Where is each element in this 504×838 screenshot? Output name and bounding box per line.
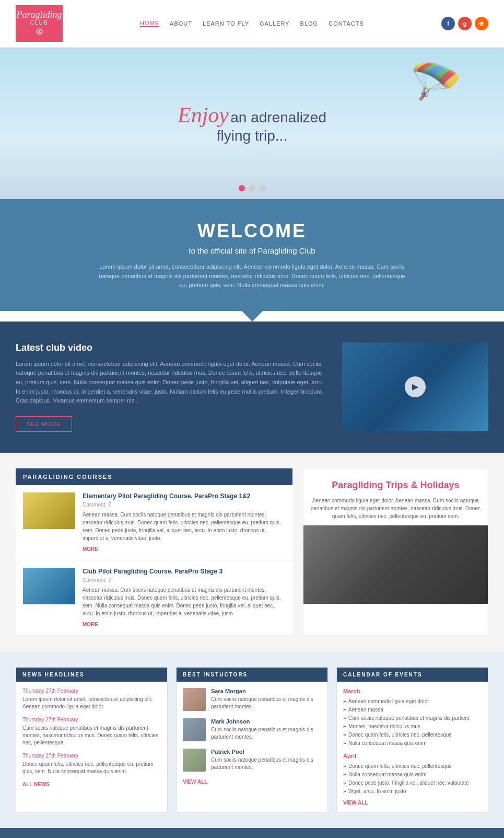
logo-icon: ⊛ bbox=[36, 26, 43, 37]
nav-learn[interactable]: LEARN TO FLY bbox=[203, 20, 249, 27]
instructor-item-1: Sara Morgan Cum sociis natoque penatibus… bbox=[183, 688, 321, 711]
news-column: NEWS HEADLINES Thursday 27th February Lo… bbox=[16, 667, 168, 812]
course-info-1: Elementary Pilot Paragliding Course. Par… bbox=[83, 492, 285, 553]
welcome-subtitle: to the official site of Paragliding Club bbox=[16, 246, 488, 255]
welcome-title: WELCOME bbox=[16, 220, 488, 242]
calendar-header: CALENDAR OF EVENTS bbox=[337, 668, 488, 682]
cal-item-9: Donec pede justo, fringilla vel, aliquet… bbox=[343, 779, 482, 787]
news-item-1: Thursday 27th February Lorem ipsum dolor… bbox=[22, 688, 161, 710]
see-more-button[interactable]: SEE MORE bbox=[16, 416, 72, 432]
section-divider bbox=[242, 311, 263, 322]
news-item-2: Thursday 27th February Cum sociis natoqu… bbox=[22, 717, 161, 747]
instructors-content: Sara Morgan Cum sociis natoque penatibus… bbox=[177, 682, 327, 791]
courses-box: PARAGLIDING COURSES Elementary Pilot Par… bbox=[16, 468, 292, 636]
instructor-avatar-3 bbox=[183, 749, 206, 772]
course-info-2: Club Pilot Paragliding Course. ParaPro S… bbox=[83, 568, 285, 628]
courses-trips-container: PARAGLIDING COURSES Elementary Pilot Par… bbox=[16, 468, 488, 636]
course-text-1: Aenean massa. Cum sociis natoque penatib… bbox=[83, 511, 285, 542]
calendar-month-2: April bbox=[343, 753, 482, 759]
hero-tagline: flying trip... bbox=[178, 128, 326, 144]
course-meta-2: Comment: 7 bbox=[83, 577, 285, 583]
trips-text: Aenean commodo ligula eget dolor. Aenean… bbox=[303, 497, 488, 525]
instructor-text-3: Cum sociis natoque penatibus et magnis d… bbox=[211, 756, 321, 771]
bottom-sections: NEWS HEADLINES Thursday 27th February Lo… bbox=[0, 651, 504, 828]
instructor-text-2: Cum sociis natoque penatibus et magnis d… bbox=[211, 726, 321, 741]
main-nav: HOME ABOUT LEARN TO FLY GALLERY BLOG CON… bbox=[140, 20, 364, 27]
cal-item-10: Wget, arcu. In enim justo bbox=[343, 787, 482, 796]
video-thumbnail[interactable]: ▶ bbox=[342, 342, 488, 431]
nav-contacts[interactable]: CONTACTS bbox=[329, 20, 364, 27]
video-section: Latest club video Lorem ipsum dolor sit … bbox=[0, 322, 504, 453]
news-item-3: Thursday 27th February Donec quam felis,… bbox=[22, 753, 161, 775]
logo[interactable]: Paragliding club ⊛ bbox=[16, 5, 63, 42]
play-button[interactable]: ▶ bbox=[405, 376, 426, 397]
hero-text: Enjoy an adrenalized flying trip... bbox=[178, 102, 326, 144]
footer: Paragliding club © 2014 Privacy Policy S… bbox=[0, 828, 504, 838]
news-text-3: Donec quam felis, ultricies nec, pellent… bbox=[22, 761, 161, 775]
course-item-1: Elementary Pilot Paragliding Course. Par… bbox=[16, 485, 292, 560]
cal-item-5: Donec quam felis, ultricies nec, pellent… bbox=[343, 731, 482, 739]
parachute-icon: 🪂 bbox=[410, 58, 462, 107]
news-date-1: Thursday 27th February bbox=[22, 688, 161, 694]
video-left: Latest club video Lorem ipsum dolor sit … bbox=[16, 342, 326, 432]
hero-enjoy: Enjoy an adrenalized bbox=[178, 102, 326, 128]
nav-gallery[interactable]: GALLERY bbox=[260, 20, 290, 27]
course-meta-1: Comment: 7 bbox=[83, 502, 285, 508]
news-date-3: Thursday 27th February bbox=[22, 753, 161, 759]
facebook-icon[interactable]: f bbox=[441, 17, 455, 30]
calendar-month-1: March bbox=[343, 688, 482, 694]
instructors-view-all[interactable]: VIEW ALL bbox=[183, 779, 321, 785]
instructors-column: BEST INSTUCTORS Sara Morgan Cum sociis n… bbox=[176, 667, 328, 812]
cal-item-8: Nulla consequat massa quis enim bbox=[343, 771, 482, 779]
welcome-text: Lorem ipsum dolor sit amet, consectetuer… bbox=[96, 262, 409, 290]
trips-image bbox=[303, 525, 488, 604]
instructor-item-2: Mark Johnson Cum sociis natoque penatibu… bbox=[183, 718, 321, 741]
instructor-info-1: Sara Morgan Cum sociis natoque penatibus… bbox=[211, 688, 321, 710]
logo-text: Paragliding bbox=[16, 10, 62, 20]
instructor-avatar-1 bbox=[183, 688, 206, 711]
instructors-header: BEST INSTUCTORS bbox=[177, 668, 327, 682]
hero-dot-2[interactable] bbox=[249, 185, 255, 191]
welcome-section: WELCOME to the official site of Paraglid… bbox=[0, 199, 504, 311]
cal-item-3: Cum sociis natoque penatibus et magnis d… bbox=[343, 714, 482, 722]
googleplus-icon[interactable]: g bbox=[458, 17, 472, 30]
course-image-2 bbox=[23, 568, 75, 604]
instructor-name-3: Patrick Pool bbox=[211, 749, 321, 755]
video-title: Latest club video bbox=[16, 342, 326, 353]
video-text: Lorem ipsum dolor sit amet, consectetuer… bbox=[16, 360, 326, 406]
logo-club: club bbox=[30, 20, 49, 26]
nav-blog[interactable]: BLOG bbox=[300, 20, 319, 27]
calendar-view-all[interactable]: VIEW ALL bbox=[343, 800, 482, 806]
instructor-name-1: Sara Morgan bbox=[211, 688, 321, 694]
instructor-item-3: Patrick Pool Cum sociis natoque penatibu… bbox=[183, 749, 321, 772]
instructor-info-2: Mark Johnson Cum sociis natoque penatibu… bbox=[211, 718, 321, 741]
trips-header: Paragliding Trips & Holidays bbox=[303, 469, 488, 497]
news-date-2: Thursday 27th February bbox=[22, 717, 161, 722]
news-text-1: Lorem ipsum dolor sit amet, consectetuer… bbox=[22, 696, 161, 710]
course-more-2[interactable]: MORE bbox=[83, 622, 98, 627]
courses-trips-section: PARAGLIDING COURSES Elementary Pilot Par… bbox=[0, 453, 504, 651]
instructor-avatar-2 bbox=[183, 718, 206, 741]
news-view-all[interactable]: ALL NEWS bbox=[22, 782, 161, 787]
nav-about[interactable]: ABOUT bbox=[170, 20, 192, 27]
instructor-name-2: Mark Johnson bbox=[211, 718, 321, 725]
calendar-column: CALENDAR OF EVENTS March Aenean commodo … bbox=[336, 667, 488, 812]
site-header: Paragliding club ⊛ HOME ABOUT LEARN TO F… bbox=[0, 0, 504, 48]
news-text-2: Cum sociis natoque penatibus et magnis d… bbox=[22, 725, 161, 747]
course-image-1 bbox=[23, 492, 75, 529]
hero-dot-3[interactable] bbox=[260, 185, 266, 191]
cal-item-6: Nulla consequat massa quis enim bbox=[343, 739, 482, 748]
rss-icon[interactable]: ⊕ bbox=[475, 17, 488, 30]
course-title-1: Elementary Pilot Paragliding Course. Par… bbox=[83, 492, 285, 500]
cal-item-7: Donec quam felis, ultricies nec, pellent… bbox=[343, 762, 482, 771]
trips-box: Paragliding Trips & Holidays Aenean comm… bbox=[303, 468, 488, 636]
calendar-content: March Aenean commodo ligula eget dolor A… bbox=[337, 682, 488, 812]
news-header: NEWS HEADLINES bbox=[16, 668, 167, 682]
hero-dot-1[interactable] bbox=[239, 185, 245, 191]
social-links: f g ⊕ bbox=[441, 17, 488, 30]
course-more-1[interactable]: MORE bbox=[83, 546, 98, 552]
instructor-info-3: Patrick Pool Cum sociis natoque penatibu… bbox=[211, 749, 321, 771]
nav-home[interactable]: HOME bbox=[140, 20, 159, 27]
instructor-text-1: Cum sociis natoque penatibus et magnis d… bbox=[211, 696, 321, 710]
courses-header: PARAGLIDING COURSES bbox=[16, 468, 292, 485]
